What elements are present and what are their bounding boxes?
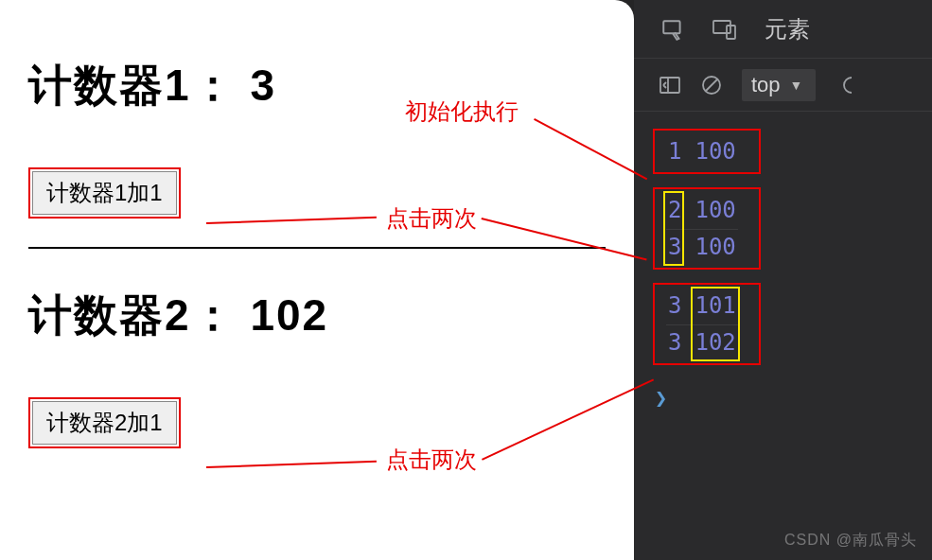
sidebar-toggle-icon[interactable]	[659, 75, 681, 96]
counter2-increment-button[interactable]: 计数器2加1	[32, 401, 177, 445]
svg-rect-0	[663, 21, 679, 33]
counter2-button-highlight: 计数器2加1	[28, 397, 181, 448]
counter1-increment-button[interactable]: 计数器1加1	[32, 171, 177, 215]
counter2-label: 计数器2：	[28, 290, 237, 340]
clear-console-icon[interactable]	[700, 74, 723, 96]
app-page: 计数器1： 3 计数器1加1 计数器2： 102 计数器2加1 初始化执行 点击…	[0, 0, 634, 560]
console-prompt-icon[interactable]: ❯	[655, 386, 913, 410]
counter1-heading: 计数器1： 3	[28, 57, 606, 115]
devtools-toolbar: 元素	[634, 0, 932, 59]
tab-elements[interactable]: 元素	[765, 14, 810, 44]
devtools-panel: 元素 top ▼ 1 100	[634, 0, 932, 560]
annotation-init: 初始化执行	[405, 96, 519, 127]
context-selector[interactable]: top ▼	[742, 69, 816, 101]
counter1-button-highlight: 计数器1加1	[28, 167, 181, 219]
settings-partial-icon[interactable]	[838, 74, 855, 96]
log-group-1: 1 100	[653, 129, 761, 174]
log-val-a: 1	[668, 138, 681, 165]
log-val-a: 3	[668, 292, 681, 319]
counter2-value: 102	[250, 290, 328, 340]
log-group-3: 3 101 3 102	[653, 283, 761, 365]
device-toggle-icon[interactable]	[712, 17, 738, 42]
annotation-click2: 点击两次	[386, 445, 477, 475]
highlight-column	[663, 191, 684, 266]
watermark: CSDN @南瓜骨头	[784, 531, 917, 551]
log-group-2: 2 100 3 100	[653, 187, 761, 270]
annotation-line	[206, 461, 377, 468]
context-label: top	[751, 73, 781, 97]
counter1-value: 3	[250, 61, 276, 110]
log-val-a: 3	[668, 329, 681, 356]
chevron-down-icon: ▼	[790, 78, 803, 93]
console-output: 1 100 2 100 3 100 3 101 3 10	[634, 112, 932, 427]
highlight-column	[691, 287, 740, 361]
counter2-heading: 计数器2： 102	[28, 287, 606, 345]
log-val-b: 100	[695, 197, 735, 223]
svg-rect-1	[713, 21, 730, 33]
log-val-b: 100	[695, 138, 735, 165]
inspect-icon[interactable]	[660, 17, 685, 42]
counter1-label: 计数器1：	[28, 61, 237, 110]
devtools-subtoolbar: top ▼	[634, 59, 932, 112]
annotation-click1: 点击两次	[386, 203, 477, 234]
log-val-b: 100	[695, 234, 735, 260]
log-row: 1 100	[666, 134, 738, 168]
annotation-line	[482, 218, 647, 260]
separator	[28, 247, 606, 249]
